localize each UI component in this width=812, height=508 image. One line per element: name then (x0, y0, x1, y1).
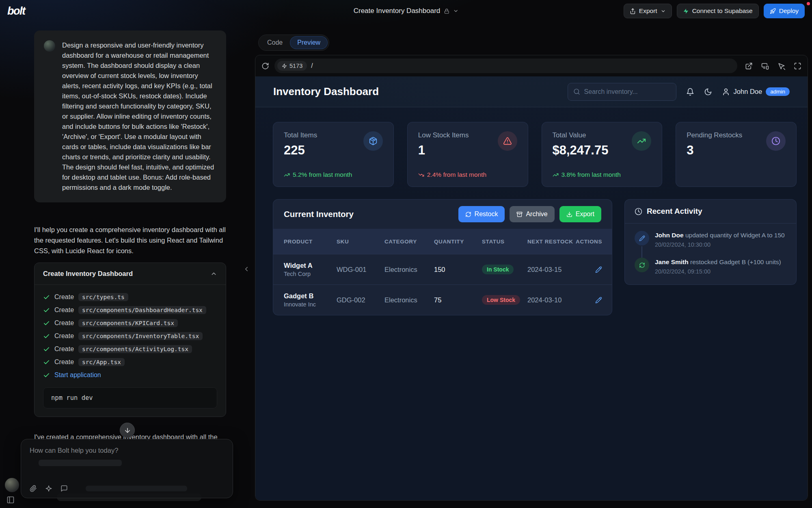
restock-button[interactable]: Restock (458, 206, 505, 222)
inspector-icon[interactable] (777, 62, 785, 70)
table-row[interactable]: Gadget B Innovate Inc GDG-002 Electronic… (273, 284, 612, 315)
check-icon (43, 294, 50, 301)
step-action: Create (54, 358, 74, 366)
artifact-steps: Create src/types.ts Create src/component… (35, 285, 226, 417)
chevron-down-icon (661, 9, 666, 14)
panel-left-icon[interactable] (6, 496, 15, 504)
kpi-value: 225 (284, 143, 317, 158)
search-icon (573, 88, 580, 95)
table-header-row: PRODUCT SKU CATEGORY QUANTITY STATUS NEX… (273, 229, 612, 254)
restock-button-label: Restock (475, 211, 498, 218)
search-box (568, 83, 676, 101)
bolt-logo[interactable]: bolt (7, 5, 25, 17)
check-icon (43, 359, 50, 366)
paperclip-icon[interactable] (30, 485, 37, 492)
account-avatar[interactable] (5, 478, 19, 492)
kpi-label: Pending Restocks (687, 131, 742, 139)
product-sku: WDG-001 (337, 266, 384, 274)
search-input[interactable] (584, 88, 671, 96)
step-file[interactable]: src/components/ActivityLog.tsx (78, 345, 192, 353)
sparkles-icon[interactable] (45, 485, 52, 492)
artifact-step: Create src/components/KPICard.tsx (43, 317, 217, 330)
address-bar[interactable]: 5173 / (274, 59, 737, 73)
status-badge: In Stock (482, 265, 514, 274)
moon-icon[interactable] (704, 88, 712, 96)
alert-triangle-icon (498, 131, 517, 151)
trending-up-icon (553, 172, 559, 178)
check-icon (43, 346, 50, 353)
scroll-to-bottom-button[interactable] (120, 423, 135, 438)
chevron-up-icon[interactable] (210, 270, 217, 277)
artifact-step-start: Start application (43, 369, 217, 382)
export-table-button[interactable]: Export (559, 206, 601, 222)
artifact-header[interactable]: Create Inventory Dashboard (35, 263, 226, 285)
edit-icon[interactable] (595, 297, 602, 304)
step-file[interactable]: src/components/KPICard.tsx (78, 319, 178, 327)
activity-action: updated quantity of Widget A to 150 (685, 232, 785, 239)
role-badge: admin (766, 87, 790, 96)
app-header-actions: John Doe admin (568, 83, 790, 101)
activity-actor: Jane Smith (655, 258, 689, 265)
kpi-value: $8,247.75 (553, 143, 609, 158)
project-title-group[interactable]: Create Inventory Dashboard (354, 0, 459, 22)
reload-icon[interactable] (261, 62, 269, 70)
export-table-button-label: Export (576, 211, 594, 218)
archive-button[interactable]: Archive (510, 206, 554, 222)
fullscreen-icon[interactable] (794, 62, 801, 70)
topbar: bolt Create Inventory Dashboard Export C… (0, 0, 812, 22)
edit-icon[interactable] (595, 266, 602, 273)
step-file[interactable]: src/App.tsx (78, 358, 125, 366)
status-badge: Low Stock (482, 295, 520, 305)
step-action: Create (54, 293, 74, 301)
artifact-step: Create src/components/ActivityLog.tsx (43, 343, 217, 356)
project-title: Create Inventory Dashboard (354, 7, 441, 15)
bell-icon[interactable] (686, 88, 694, 96)
tab-preview[interactable]: Preview (290, 36, 328, 49)
check-icon (43, 320, 50, 327)
assistant-message-intro: I'll help you create a comprehensive inv… (34, 224, 226, 256)
screen: bolt Create Inventory Dashboard Export C… (0, 0, 812, 508)
kpi-label: Total Value (553, 131, 609, 139)
blurred-suggestion (86, 486, 187, 491)
composer-toolbar (30, 485, 224, 492)
external-link-icon[interactable] (745, 62, 753, 70)
product-category: Electronics (384, 296, 434, 304)
chat-panel: Design a responsive and user-friendly in… (0, 22, 255, 508)
chat-input[interactable] (30, 447, 224, 454)
activity-item: Jane Smith restocked Gadget B (+100 unit… (635, 258, 786, 275)
chat-thread: Design a responsive and user-friendly in… (0, 22, 255, 442)
export-button[interactable]: Export (624, 4, 672, 18)
start-application-link[interactable]: Start application (54, 371, 101, 379)
deploy-button-label: Deploy (779, 7, 799, 15)
table-row[interactable]: Widget A Tech Corp WDG-001 Electronics 1… (273, 254, 612, 284)
trending-up-icon (632, 131, 651, 151)
clock-icon (766, 131, 786, 151)
app-header: Inventory Dashboard John Doe (255, 76, 808, 107)
terminal-command: npm run dev (43, 387, 217, 408)
user-menu[interactable]: John Doe admin (722, 87, 790, 96)
step-action: Create (54, 306, 74, 314)
chevron-down-icon[interactable] (453, 8, 458, 14)
deploy-button[interactable]: Deploy (764, 4, 805, 18)
url-path: / (311, 62, 313, 69)
kpi-card-low-stock: Low Stock Items 1 2.4% from last month (407, 122, 528, 187)
archive-icon (516, 211, 523, 217)
chat-icon[interactable] (60, 485, 68, 492)
main-body: Design a responsive and user-friendly in… (0, 22, 812, 508)
port-chip[interactable]: 5173 (277, 61, 307, 71)
product-restock-date: 2024-03-10 (527, 296, 575, 304)
column-header: STATUS (482, 238, 527, 245)
edit-icon (635, 231, 649, 245)
kpi-change-text: 3.8% from last month (561, 171, 621, 178)
tab-code[interactable]: Code (260, 36, 290, 49)
devices-icon[interactable] (761, 62, 769, 70)
column-header: QUANTITY (434, 238, 482, 245)
collapse-chat-button[interactable] (241, 261, 252, 277)
clock-icon (635, 208, 642, 215)
step-file[interactable]: src/components/InventoryTable.tsx (78, 332, 203, 340)
inventory-title: Current Inventory (284, 209, 354, 219)
step-file[interactable]: src/components/DashboardHeader.tsx (78, 306, 206, 314)
check-icon (43, 333, 50, 340)
connect-supabase-button[interactable]: Connect to Supabase (677, 4, 759, 18)
step-file[interactable]: src/types.ts (78, 293, 128, 301)
